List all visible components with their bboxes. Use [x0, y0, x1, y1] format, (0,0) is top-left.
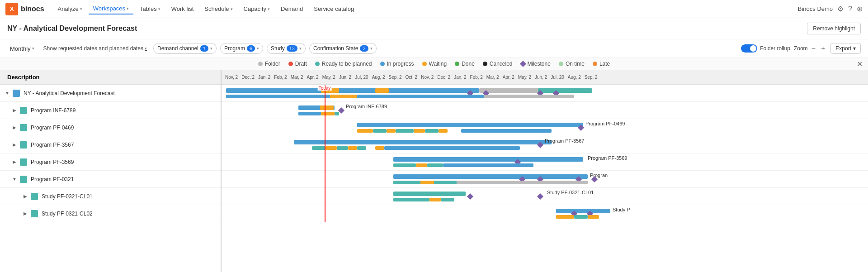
collapse-button[interactable]: ▼	[4, 90, 11, 97]
settings-icon[interactable]: ⚙	[837, 5, 844, 13]
exit-icon[interactable]: ⊕	[857, 5, 863, 13]
legend-late: Late	[593, 61, 610, 67]
expand-button[interactable]: ▶	[22, 210, 29, 217]
gantt-bar	[461, 129, 552, 133]
nav-schedule[interactable]: Schedule ▾	[200, 4, 237, 14]
gantt-bar	[414, 129, 425, 133]
nav-capacity[interactable]: Capacity ▾	[239, 4, 275, 14]
expand-button[interactable]: ▶	[11, 124, 18, 131]
tree-row: ▼ NY - Analytical Development Forecast	[0, 85, 221, 102]
timeline-label: Jun, 2	[337, 74, 353, 81]
bar-label: Program PF-0469	[585, 121, 625, 126]
folder-icon	[31, 210, 38, 217]
gantt-bar	[320, 105, 334, 110]
row-label: Program INF-6789	[31, 107, 75, 114]
nav-analyze[interactable]: Analyze ▾	[53, 4, 87, 14]
export-button[interactable]: Export ▾	[830, 43, 861, 54]
timeline-label: Jan, 2	[256, 74, 272, 81]
timeline-label: Oct, 2	[403, 74, 419, 81]
show-dates-label: Show requested dates and planned dates	[43, 45, 144, 52]
timeline-label: Apr, 2	[305, 74, 320, 81]
legend-draft: Draft	[288, 61, 307, 67]
gantt-bar	[384, 146, 520, 150]
row-label: Program PF-3567	[31, 142, 74, 148]
confirmation-state-count: 3	[360, 45, 368, 52]
milestone-diamond	[519, 61, 526, 67]
zoom-out-button[interactable]: −	[810, 44, 817, 53]
program-count: 6	[247, 45, 255, 52]
timeline-label: Jul, 20	[549, 74, 566, 81]
legend-close-button[interactable]: ✕	[857, 60, 863, 68]
tree-row: ▶ Study PF-0321-CL02	[0, 205, 221, 222]
bar-label: Program PF-3567	[545, 138, 584, 144]
help-icon[interactable]: ?	[848, 5, 852, 13]
timeline-label: Feb, 2	[468, 74, 484, 81]
chevron-down-icon: ▾	[158, 7, 160, 11]
gantt-bar	[335, 112, 339, 115]
gantt-bar	[226, 95, 330, 98]
gantt-bar	[375, 146, 384, 150]
zoom-in-button[interactable]: +	[819, 44, 827, 53]
folder-icon	[31, 193, 38, 200]
timeline-label: Jun, 2	[533, 74, 549, 81]
chevron-down-icon: ▾	[268, 7, 270, 11]
nav-demand[interactable]: Demand	[276, 4, 307, 14]
page-header: NY - Analytical Development Forecast Rem…	[0, 18, 868, 39]
gantt-bar	[357, 146, 366, 150]
tree-row: ▶ Study PF-0321-CL01	[0, 188, 221, 205]
bar-label: Progran	[590, 173, 608, 178]
folder-rollup-label: Folder rollup	[760, 45, 790, 52]
legend-ready-label: Ready to be planned	[322, 61, 372, 67]
gantt-row: Progran	[222, 171, 868, 188]
legend-late-label: Late	[599, 61, 610, 67]
timeline-label: Jul, 20	[353, 74, 370, 81]
gantt-bar	[439, 129, 448, 133]
folder-icon	[20, 107, 27, 114]
gantt-bar	[429, 198, 441, 201]
study-filter[interactable]: Study 13 ▾	[267, 43, 306, 54]
chevron-down-icon: ▾	[257, 46, 259, 51]
expand-button[interactable]: ▶	[11, 107, 18, 114]
gantt-timeline: Nov, 2 Dec, 2 Jan, 2 Feb, 2 Mar, 2 Apr, …	[222, 70, 868, 85]
gantt-bar	[427, 163, 443, 167]
expand-button[interactable]: ▶	[22, 193, 29, 200]
nav-workspaces[interactable]: Workspaces ▾	[89, 3, 133, 14]
program-filter[interactable]: Program 6 ▾	[220, 43, 263, 54]
legend-done: Done	[455, 61, 475, 67]
legend-canceled: Canceled	[483, 61, 513, 67]
gantt-panel: Nov, 2 Dec, 2 Jan, 2 Feb, 2 Mar, 2 Apr, …	[222, 70, 868, 272]
bar-label: Study PF-0321-CL01	[547, 190, 594, 195]
chevron-down-icon: ▾	[853, 45, 856, 52]
remove-highlight-button[interactable]: Remove highlight	[807, 23, 861, 34]
legend-waiting: Waiting	[422, 61, 447, 67]
monthly-selector[interactable]: Monthly ▾	[7, 43, 37, 54]
chevron-down-icon: ▾	[145, 46, 147, 51]
chevron-down-icon: ▾	[299, 46, 302, 51]
page-title: NY - Analytical Development Forecast	[7, 24, 137, 33]
confirmation-state-filter[interactable]: Confirmation State 3 ▾	[309, 43, 377, 54]
timeline-label: Apr, 2	[501, 74, 516, 81]
description-header: Description	[0, 70, 221, 85]
gantt-bar	[312, 146, 326, 150]
timeline-label: May, 2	[516, 74, 533, 81]
gantt-bar	[556, 215, 574, 219]
demand-channel-filter[interactable]: Demand channel 1 ▾	[153, 43, 217, 54]
legend-waiting-label: Waiting	[429, 61, 447, 67]
expand-button[interactable]: ▶	[11, 158, 18, 166]
folder-rollup-toggle[interactable]	[741, 44, 757, 53]
show-dates-button[interactable]: Show requested dates and planned dates ▾	[41, 43, 150, 53]
gantt-bar	[393, 163, 416, 167]
collapse-button[interactable]: ▼	[11, 176, 18, 183]
row-label: Study PF-0321-CL02	[42, 211, 93, 217]
gantt-bar	[588, 215, 599, 219]
nav-tables[interactable]: Tables ▾	[135, 4, 165, 14]
brand-logo: X	[5, 3, 18, 15]
chevron-down-icon: ▾	[127, 6, 129, 11]
timeline-label: Aug, 2	[566, 74, 583, 81]
nav-service-catalog[interactable]: Service catalog	[309, 4, 359, 14]
gantt-bar	[556, 209, 610, 213]
brand-name: binocs	[21, 5, 44, 13]
nav-worklist[interactable]: Work list	[167, 4, 198, 14]
expand-button[interactable]: ▶	[11, 141, 18, 149]
gantt-bar	[321, 112, 335, 115]
